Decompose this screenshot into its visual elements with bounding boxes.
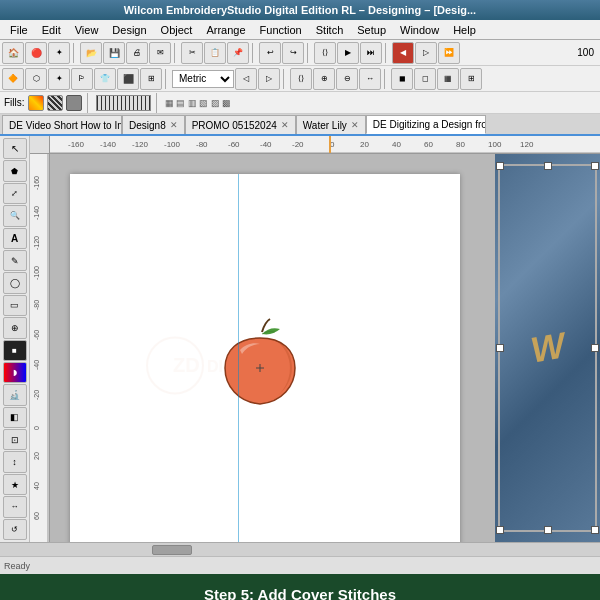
sep4 <box>307 43 311 63</box>
menu-stitch[interactable]: Stitch <box>310 22 350 38</box>
tab-4[interactable]: DE Digitizing a Design from a Grap... ✕ <box>366 115 486 134</box>
tool-select[interactable]: ↖ <box>3 138 27 159</box>
menu-function[interactable]: Function <box>254 22 308 38</box>
tab-1-label: Design8 <box>129 120 166 131</box>
t2-10[interactable]: ⟨⟩ <box>290 68 312 90</box>
t2-14[interactable]: ◼ <box>391 68 413 90</box>
tab-1-close[interactable]: ✕ <box>170 120 178 130</box>
menu-design[interactable]: Design <box>106 22 152 38</box>
metric-select[interactable]: Metric Imperial <box>172 70 234 88</box>
tb7[interactable]: 📋 <box>204 42 226 64</box>
t2-7[interactable]: ⊞ <box>140 68 162 90</box>
svg-text:-60: -60 <box>228 140 240 149</box>
t2-2[interactable]: ⬡ <box>25 68 47 90</box>
tool-mirror[interactable]: ↔ <box>3 496 27 517</box>
tool-text[interactable]: A <box>3 228 27 249</box>
tb13[interactable]: ⏭ <box>360 42 382 64</box>
tool-pen[interactable]: ✎ <box>3 250 27 271</box>
tab-3-close[interactable]: ✕ <box>351 120 359 130</box>
ruler-corner <box>30 136 50 154</box>
tb4[interactable]: 🖨 <box>126 42 148 64</box>
t2-17[interactable]: ⊞ <box>460 68 482 90</box>
svg-text:-60: -60 <box>33 330 40 340</box>
svg-text:60: 60 <box>33 512 40 520</box>
tool-rect[interactable]: ▭ <box>3 295 27 316</box>
svg-text:-20: -20 <box>33 390 40 400</box>
t2-5[interactable]: 👕 <box>94 68 116 90</box>
new-btn[interactable]: 🏠 <box>2 42 24 64</box>
t2-3[interactable]: ✦ <box>48 68 70 90</box>
tool-ellipse[interactable]: ◯ <box>3 272 27 293</box>
svg-text:-160: -160 <box>68 140 85 149</box>
tool-eyedropper[interactable]: 🔬 <box>3 384 27 405</box>
tool-color-fill[interactable]: ■ <box>3 340 27 361</box>
right-panel: W <box>495 154 600 542</box>
menu-view[interactable]: View <box>69 22 105 38</box>
tb11[interactable]: ⟨⟩ <box>314 42 336 64</box>
menu-arrange[interactable]: Arrange <box>200 22 251 38</box>
tool-star[interactable]: ★ <box>3 474 27 495</box>
t2-13[interactable]: ↔ <box>359 68 381 90</box>
fill-swatch-1[interactable] <box>28 95 44 111</box>
canvas-area[interactable]: -160 -140 -120 -100 -80 -60 -40 -20 0 20… <box>30 136 600 542</box>
tab-1[interactable]: Design8 ✕ <box>122 115 185 134</box>
instruction-text: Step 5: Add Cover Stitches <box>204 586 396 601</box>
menu-window[interactable]: Window <box>394 22 445 38</box>
menu-help[interactable]: Help <box>447 22 482 38</box>
menu-edit[interactable]: Edit <box>36 22 67 38</box>
scroll-thumb[interactable] <box>152 545 192 555</box>
svg-text:0: 0 <box>33 426 40 430</box>
tb9[interactable]: ↩ <box>259 42 281 64</box>
horizontal-scrollbar[interactable] <box>0 542 600 556</box>
sep6 <box>165 69 169 89</box>
menu-file[interactable]: File <box>4 22 34 38</box>
save-btn[interactable]: ✦ <box>48 42 70 64</box>
zoom-label: 100 <box>573 47 598 58</box>
t2-12[interactable]: ⊖ <box>336 68 358 90</box>
tool-pointer[interactable]: ↕ <box>3 451 27 472</box>
tb6[interactable]: ✂ <box>181 42 203 64</box>
tool-gradient[interactable]: ◗ <box>3 362 27 383</box>
tool-zoom-in[interactable]: 🔍 <box>3 205 27 226</box>
tab-3[interactable]: Water Lily ✕ <box>296 115 366 134</box>
fills-sep1 <box>87 93 91 113</box>
tb2[interactable]: 📂 <box>80 42 102 64</box>
tab-0[interactable]: DE Video Short How to Import and... ✕ <box>2 115 122 134</box>
svg-text:20: 20 <box>360 140 369 149</box>
tb16[interactable]: ⏩ <box>438 42 460 64</box>
tab-2-close[interactable]: ✕ <box>281 120 289 130</box>
t2-6[interactable]: ⬛ <box>117 68 139 90</box>
t2-9[interactable]: ▷ <box>258 68 280 90</box>
tool-reshape[interactable]: ⤢ <box>3 183 27 204</box>
fill-swatch-3[interactable] <box>66 95 82 111</box>
t2-1[interactable]: 🔶 <box>2 68 24 90</box>
tb3[interactable]: 💾 <box>103 42 125 64</box>
menu-setup[interactable]: Setup <box>351 22 392 38</box>
t2-11[interactable]: ⊕ <box>313 68 335 90</box>
status-text: Ready <box>4 561 30 571</box>
tool-eraser[interactable]: ◧ <box>3 407 27 428</box>
svg-text:60: 60 <box>424 140 433 149</box>
tool-rotate[interactable]: ↺ <box>3 519 27 540</box>
tb15[interactable]: ▷ <box>415 42 437 64</box>
tool-fill[interactable]: ⊕ <box>3 317 27 338</box>
tb5[interactable]: ✉ <box>149 42 171 64</box>
svg-text:-80: -80 <box>196 140 208 149</box>
tool-node[interactable]: ⬟ <box>3 160 27 181</box>
menu-object[interactable]: Object <box>155 22 199 38</box>
t2-16[interactable]: ▦ <box>437 68 459 90</box>
tab-0-label: DE Video Short How to Import and... <box>9 120 122 131</box>
svg-text:-100: -100 <box>33 266 40 280</box>
tb12[interactable]: ▶ <box>337 42 359 64</box>
tb8[interactable]: 📌 <box>227 42 249 64</box>
tool-crop[interactable]: ⊡ <box>3 429 27 450</box>
menu-bar: File Edit View Design Object Arrange Fun… <box>0 20 600 40</box>
t2-4[interactable]: 🏳 <box>71 68 93 90</box>
t2-8[interactable]: ◁ <box>235 68 257 90</box>
t2-15[interactable]: ◻ <box>414 68 436 90</box>
tb10[interactable]: ↪ <box>282 42 304 64</box>
tab-2[interactable]: PROMO 05152024 ✕ <box>185 115 296 134</box>
tb14[interactable]: ◀ <box>392 42 414 64</box>
open-btn[interactable]: 🔴 <box>25 42 47 64</box>
fill-swatch-2[interactable] <box>47 95 63 111</box>
